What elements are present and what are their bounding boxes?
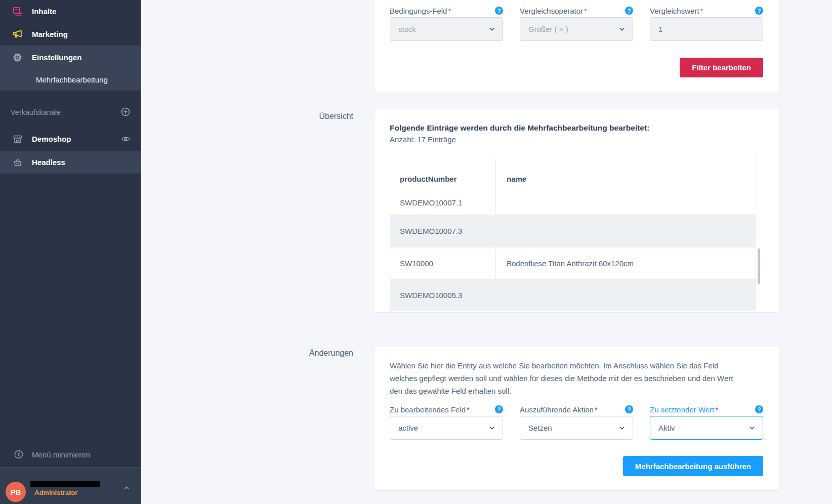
table-right-border	[756, 151, 756, 310]
sidebar-item-label: Inhalte	[32, 7, 56, 16]
changes-card: Wählen Sie hier die Entity aus welche Si…	[374, 346, 779, 491]
table-row: SWDEMO10005.3	[390, 280, 756, 311]
required-marker: *	[448, 7, 451, 15]
sales-channels-header-label: Verkaufskanäle	[11, 108, 61, 116]
user-panel[interactable]: PB Administrator	[0, 467, 141, 504]
sidebar-subitem-label: Mehrfachbearbeitung	[36, 75, 108, 84]
main-sidebar: Inhalte Marketing ⚙ Einstellungen Mehrfa…	[0, 0, 141, 504]
chevron-down-icon	[618, 425, 626, 432]
sidebar-item-inhalte[interactable]: Inhalte	[0, 0, 141, 23]
table-row: SW10000 Bodenfliese Titan Anthrazit 60x1…	[390, 247, 756, 280]
avatar: PB	[6, 482, 26, 502]
chevron-down-icon	[488, 425, 495, 432]
question-circle-icon[interactable]	[495, 405, 503, 413]
question-circle-icon[interactable]	[495, 7, 503, 15]
basket-icon	[12, 157, 23, 167]
storefront-icon	[12, 134, 23, 144]
field-label: Vergleichswert*	[650, 7, 703, 15]
select-value: stock	[398, 25, 416, 33]
chevron-up-icon[interactable]	[123, 484, 130, 493]
plus-circle-icon[interactable]	[120, 107, 131, 118]
question-circle-icon[interactable]	[755, 405, 763, 413]
megaphone-icon	[12, 29, 23, 39]
column-header-name: name	[507, 175, 526, 183]
collapse-menu-label: Menü minimieren	[32, 450, 90, 459]
zu-bearbeitendes-feld-select[interactable]: active	[390, 416, 503, 440]
cell-name: Bodenfliese Titan Anthrazit 60x120cm	[495, 247, 756, 279]
sidebar-channel-label: Headless	[32, 158, 65, 166]
field-auszufuehrende-aktion: Auszuführende Aktion* Setzen	[520, 404, 633, 440]
chevron-down-icon	[618, 26, 626, 33]
table-row: SWDEMO10007.1	[390, 191, 756, 215]
field-label: Zu setztender Wert*	[650, 405, 718, 414]
collapse-menu-button[interactable]: Menü minimieren	[0, 444, 141, 465]
auszufuehrende-aktion-select[interactable]: Setzen	[520, 416, 633, 440]
eye-icon[interactable]	[121, 134, 131, 144]
sales-channels-header: Verkaufskanäle	[0, 104, 141, 121]
content-pages-icon	[12, 6, 23, 17]
zu-setztender-wert-select[interactable]: Aktiv	[650, 416, 763, 440]
sidebar-item-mehrfachbearbeitung[interactable]: Mehrfachbearbeitung	[0, 69, 141, 91]
chevron-down-icon	[748, 425, 756, 432]
table-scrollbar-thumb[interactable]	[758, 248, 760, 284]
sidebar-active-group: ⚙ Einstellungen Mehrfachbearbeitung	[0, 46, 141, 91]
gear-icon: ⚙	[12, 52, 23, 63]
required-marker: *	[700, 7, 703, 15]
table-body: SWDEMO10007.1 SWDEMO10007.3 SW10000 Bode…	[390, 191, 756, 311]
required-marker: *	[584, 7, 587, 15]
required-marker: *	[595, 405, 598, 414]
sidebar-channel-label: Demoshop	[32, 135, 71, 143]
input-value: 1	[658, 25, 662, 33]
sidebar-item-marketing[interactable]: Marketing	[0, 23, 141, 46]
sidebar-item-label: Marketing	[32, 30, 68, 38]
vergleichsoperator-select: Größer ( > )	[520, 17, 633, 41]
vergleichswert-input: 1	[650, 17, 763, 41]
field-zu-setztender-wert: Zu setztender Wert* Aktiv	[650, 404, 763, 440]
question-circle-icon[interactable]	[625, 7, 633, 15]
select-value: Setzen	[528, 424, 552, 432]
field-zu-bearbeitendes-feld: Zu bearbeitendes Feld* active	[390, 404, 503, 440]
changes-description: Wählen Sie hier die Entity aus welche Si…	[390, 359, 739, 397]
cell-product-number: SWDEMO10005.3	[390, 280, 495, 311]
field-label: Auszuführende Aktion*	[520, 405, 598, 414]
field-label: Vergleichsoperator*	[520, 7, 587, 15]
cell-product-number: SWDEMO10007.1	[390, 191, 495, 215]
section-label-aenderungen: Änderungen	[243, 349, 353, 358]
select-value: Aktiv	[658, 424, 675, 432]
user-role: Administrator	[34, 489, 77, 496]
field-label: Bedingungs-Feld*	[390, 7, 451, 15]
field-bedingungs-feld: Bedingungs-Feld* stock	[390, 5, 503, 41]
field-label: Zu bearbeitendes Feld*	[390, 405, 470, 414]
bedingungs-feld-select: stock	[390, 17, 503, 41]
overview-card: Folgende Einträge werden durch die Mehrf…	[374, 109, 779, 313]
sidebar-channel-demoshop[interactable]: Demoshop	[0, 128, 141, 150]
cell-product-number: SW10000	[390, 247, 495, 279]
avatar-initials: PB	[11, 488, 21, 496]
chevron-left-circle-icon	[14, 449, 24, 459]
question-circle-icon[interactable]	[625, 405, 633, 413]
chevron-down-icon	[488, 26, 495, 33]
required-marker: *	[715, 405, 718, 414]
table-header: productNumber name	[390, 151, 756, 190]
filter-card: Bedingungs-Feld* stock Vergleichsoperato…	[374, 0, 779, 92]
question-circle-icon[interactable]	[755, 7, 763, 15]
select-value: Größer ( > )	[528, 25, 568, 33]
sidebar-channel-headless[interactable]: Headless	[0, 151, 141, 174]
overview-table: productNumber name SWDEMO10007.1 SWDEMO1…	[390, 151, 763, 312]
mehrfachbearbeitung-ausfuehren-button[interactable]: Mehrfachbearbeitung ausführen	[623, 456, 763, 476]
cell-name	[495, 191, 756, 215]
sidebar-item-label: Einstellungen	[32, 53, 81, 62]
user-name-redacted	[30, 481, 100, 487]
select-value: active	[398, 424, 418, 432]
filter-bearbeiten-button[interactable]: Filter bearbeiten	[680, 58, 763, 77]
field-vergleichsoperator: Vergleichsoperator* Größer ( > )	[520, 5, 633, 41]
cell-product-number: SWDEMO10007.3	[390, 215, 495, 247]
column-header-productnumber: productNumber	[400, 175, 457, 183]
table-row: SWDEMO10007.3	[390, 215, 756, 247]
sidebar-item-einstellungen[interactable]: ⚙ Einstellungen	[0, 46, 141, 69]
cell-name	[495, 215, 756, 247]
overview-count: Anzahl: 17 Einträge	[390, 135, 456, 144]
section-label-uebersicht: Übersicht	[243, 112, 353, 121]
cell-name	[495, 280, 756, 311]
field-vergleichswert: Vergleichswert* 1	[650, 5, 763, 41]
